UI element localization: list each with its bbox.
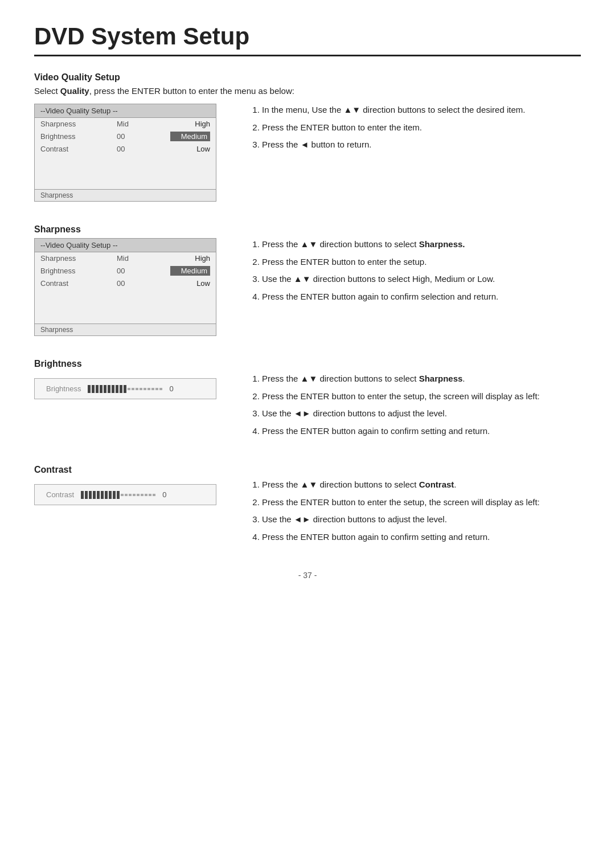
vq-step-1: In the menu, Use the ▲▼ direction button… bbox=[262, 104, 581, 117]
video-quality-steps: In the menu, Use the ▲▼ direction button… bbox=[251, 104, 581, 152]
ct-step-1: Press the ▲▼ direction buttons to select… bbox=[262, 478, 581, 492]
osd-col2-00: 00 bbox=[117, 132, 145, 141]
osd-menu-1: --Video Quality Setup -- Sharpness Mid H… bbox=[34, 104, 216, 202]
c-bar-seg-7 bbox=[105, 491, 108, 499]
osd-col1-brightness: Brightness bbox=[40, 132, 92, 141]
sh-step-2: Press the ENTER button to enter the setu… bbox=[262, 256, 581, 269]
bar-seg-3 bbox=[96, 385, 99, 393]
bar-dot-8 bbox=[155, 388, 158, 390]
osd-row-1: Sharpness Mid High bbox=[35, 118, 216, 130]
contrast-bar-value: 0 bbox=[162, 490, 166, 499]
c-bar-dot-5 bbox=[137, 494, 140, 496]
contrast-title: Contrast bbox=[34, 465, 581, 475]
c-bar-dot-6 bbox=[141, 494, 144, 496]
osd-col1-contrast: Contrast bbox=[40, 145, 92, 153]
br-step-1: Press the ▲▼ direction buttons to select… bbox=[262, 372, 581, 386]
osd-row-s2: Brightness 00 Medium bbox=[35, 264, 216, 277]
intro-bold: Quality bbox=[60, 86, 89, 96]
c-bar-seg-3 bbox=[89, 491, 92, 499]
vq-step-3: Press the ◄ button to return. bbox=[262, 138, 581, 152]
brightness-title: Brightness bbox=[34, 359, 581, 369]
c-bar-seg-10 bbox=[117, 491, 120, 499]
c-bar-seg-5 bbox=[97, 491, 100, 499]
sharpness-left: --Video Quality Setup -- Sharpness Mid H… bbox=[34, 238, 228, 336]
video-quality-section: Video Quality Setup Select Quality, pres… bbox=[34, 72, 581, 202]
c-bar-seg-8 bbox=[109, 491, 112, 499]
ct-step-4: Press the ENTER button again to confirm … bbox=[262, 531, 581, 544]
video-quality-content: --Video Quality Setup -- Sharpness Mid H… bbox=[34, 104, 581, 202]
osd-col2-00b: 00 bbox=[117, 145, 145, 153]
vq-step-2: Press the ENTER button to enter the item… bbox=[262, 121, 581, 134]
sh-step-1: Press the ▲▼ direction buttons to select… bbox=[262, 238, 581, 251]
bar-dot-5 bbox=[144, 388, 146, 390]
c-bar-dot-4 bbox=[133, 494, 136, 496]
c-bar-dot-9 bbox=[153, 494, 155, 496]
c-bar-dot-3 bbox=[129, 494, 132, 496]
br-step-3: Use the ◄► direction buttons to adjust t… bbox=[262, 407, 581, 420]
contrast-steps: Press the ▲▼ direction buttons to select… bbox=[251, 478, 581, 543]
bar-seg-1 bbox=[88, 385, 91, 393]
contrast-right: Press the ▲▼ direction buttons to select… bbox=[251, 478, 581, 548]
sharpness-section: Sharpness --Video Quality Setup -- Sharp… bbox=[34, 224, 581, 336]
ct-step-3: Use the ◄► direction buttons to adjust t… bbox=[262, 513, 581, 526]
c-bar-dot-8 bbox=[149, 494, 151, 496]
bar-dot-6 bbox=[147, 388, 150, 390]
bar-seg-4 bbox=[100, 385, 102, 393]
c-bar-seg-9 bbox=[113, 491, 116, 499]
c-bar-seg-6 bbox=[101, 491, 104, 499]
c-bar-dot-1 bbox=[121, 494, 124, 496]
c-bar-seg-4 bbox=[93, 491, 96, 499]
bar-dot-4 bbox=[140, 388, 142, 390]
brightness-left: Brightness bbox=[34, 372, 228, 399]
sh-step-3: Use the ▲▼ direction buttons to select H… bbox=[262, 273, 581, 286]
c-bar-seg-1 bbox=[81, 491, 84, 499]
brightness-section: Brightness Brightness bbox=[34, 359, 581, 442]
video-quality-right: In the menu, Use the ▲▼ direction button… bbox=[251, 104, 581, 156]
contrast-section: Contrast Contrast bbox=[34, 465, 581, 548]
osd-row-2: Brightness 00 Medium bbox=[35, 130, 216, 143]
bar-dot-9 bbox=[159, 388, 162, 390]
br-step-2: Press the ENTER button to enter the setu… bbox=[262, 390, 581, 403]
sharpness-content: --Video Quality Setup -- Sharpness Mid H… bbox=[34, 238, 581, 336]
brightness-bar-label: Brightness bbox=[46, 384, 81, 393]
bar-seg-5 bbox=[104, 385, 106, 393]
video-quality-title: Video Quality Setup bbox=[34, 72, 581, 83]
osd-footer-2: Sharpness bbox=[35, 324, 216, 335]
bar-seg-10 bbox=[124, 385, 126, 393]
page-number: - 37 - bbox=[34, 571, 581, 580]
page-title: DVD System Setup bbox=[34, 23, 581, 56]
brightness-bar-box: Brightness bbox=[34, 378, 216, 399]
contrast-content: Contrast bbox=[34, 478, 581, 548]
brightness-content: Brightness bbox=[34, 372, 581, 442]
contrast-bar-label: Contrast bbox=[46, 490, 74, 499]
osd-footer-1: Sharpness bbox=[35, 189, 216, 201]
osd-row-s1: Sharpness Mid High bbox=[35, 252, 216, 264]
ct-step-2: Press the ENTER button to enter the setu… bbox=[262, 496, 581, 509]
brightness-bar-visual bbox=[88, 385, 162, 393]
osd-col2-mid: Mid bbox=[117, 120, 145, 128]
osd-menu-2: --Video Quality Setup -- Sharpness Mid H… bbox=[34, 238, 216, 336]
bar-dot-7 bbox=[151, 388, 154, 390]
sharpness-steps: Press the ▲▼ direction buttons to select… bbox=[251, 238, 581, 303]
osd-col3-low: Low bbox=[170, 145, 210, 153]
c-bar-seg-2 bbox=[85, 491, 88, 499]
osd-row-s3: Contrast 00 Low bbox=[35, 277, 216, 289]
contrast-bar-box: Contrast bbox=[34, 484, 216, 505]
intro-paragraph: Select Quality, press the ENTER button t… bbox=[34, 86, 581, 96]
bar-seg-6 bbox=[108, 385, 110, 393]
bar-seg-9 bbox=[120, 385, 122, 393]
contrast-bar-visual bbox=[81, 491, 155, 499]
intro-text-after: , press the ENTER button to enter the me… bbox=[89, 86, 294, 96]
c-bar-dot-7 bbox=[145, 494, 147, 496]
osd-row-3: Contrast 00 Low bbox=[35, 143, 216, 155]
osd-col3-high: High bbox=[170, 120, 210, 128]
brightness-right: Press the ▲▼ direction buttons to select… bbox=[251, 372, 581, 442]
bar-seg-2 bbox=[92, 385, 95, 393]
c-bar-dot-2 bbox=[125, 494, 128, 496]
br-step-4: Press the ENTER button again to confirm … bbox=[262, 425, 581, 438]
intro-text-before: Select bbox=[34, 86, 60, 96]
brightness-steps: Press the ▲▼ direction buttons to select… bbox=[251, 372, 581, 437]
bar-dot-3 bbox=[136, 388, 138, 390]
bar-dot-2 bbox=[132, 388, 134, 390]
bar-dot-1 bbox=[128, 388, 130, 390]
